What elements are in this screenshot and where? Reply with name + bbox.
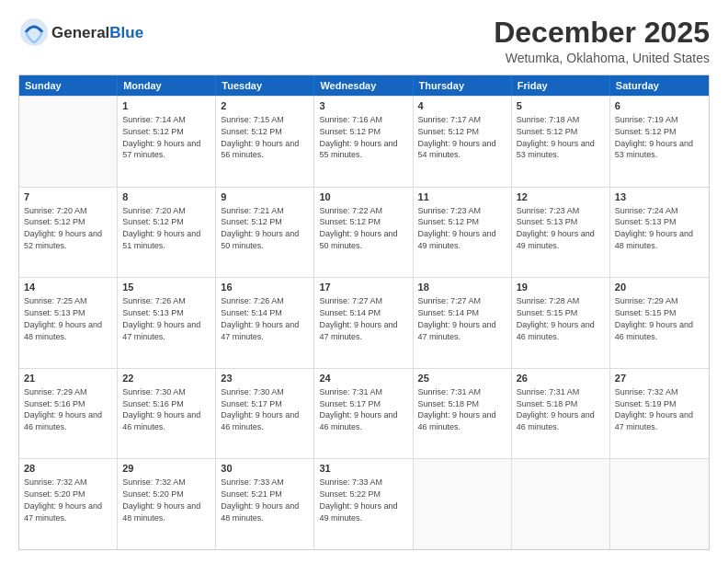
day-number: 26 (517, 372, 605, 385)
cell-info: Sunrise: 7:21 AMSunset: 5:12 PMDaylight:… (221, 206, 299, 250)
day-number: 20 (615, 281, 704, 294)
logo-blue: Blue (109, 24, 143, 41)
day-number: 22 (122, 372, 210, 385)
month-title: December 2025 (494, 17, 710, 49)
day-number: 23 (221, 372, 309, 385)
day-number: 10 (319, 190, 407, 204)
header-monday: Monday (118, 75, 216, 96)
cal-cell-1-1: 8Sunrise: 7:20 AMSunset: 5:12 PMDaylight… (118, 188, 216, 278)
cell-info: Sunrise: 7:22 AMSunset: 5:12 PMDaylight:… (319, 206, 397, 250)
cell-info: Sunrise: 7:31 AMSunset: 5:18 PMDaylight:… (517, 387, 595, 431)
day-number: 14 (24, 281, 112, 294)
cell-info: Sunrise: 7:33 AMSunset: 5:21 PMDaylight:… (221, 477, 299, 522)
cal-cell-1-2: 9Sunrise: 7:21 AMSunset: 5:12 PMDaylight… (216, 188, 314, 278)
day-number: 29 (122, 462, 210, 476)
day-number: 16 (221, 281, 309, 294)
cell-info: Sunrise: 7:25 AMSunset: 5:13 PMDaylight:… (24, 296, 102, 340)
day-number: 13 (615, 190, 704, 204)
header-wednesday: Wednesday (314, 75, 413, 96)
cal-cell-2-0: 14Sunrise: 7:25 AMSunset: 5:13 PMDayligh… (19, 278, 118, 368)
calendar: Sunday Monday Tuesday Wednesday Thursday… (18, 75, 710, 550)
day-number: 24 (319, 372, 407, 385)
cell-info: Sunrise: 7:30 AMSunset: 5:17 PMDaylight:… (221, 387, 299, 431)
header: GeneralBlue December 2025 Wetumka, Oklah… (18, 17, 710, 65)
logo-general: General (51, 24, 109, 41)
cal-cell-3-1: 22Sunrise: 7:30 AMSunset: 5:16 PMDayligh… (118, 369, 216, 459)
cell-info: Sunrise: 7:29 AMSunset: 5:15 PMDaylight:… (615, 296, 693, 340)
cal-cell-4-4 (414, 459, 512, 549)
day-number: 27 (615, 372, 704, 385)
header-tuesday: Tuesday (216, 75, 314, 96)
calendar-header: Sunday Monday Tuesday Wednesday Thursday… (19, 75, 709, 96)
cal-cell-0-1: 1Sunrise: 7:14 AMSunset: 5:12 PMDaylight… (118, 97, 216, 187)
header-sunday: Sunday (19, 75, 118, 96)
logo-icon (18, 17, 50, 48)
cell-info: Sunrise: 7:23 AMSunset: 5:13 PMDaylight:… (517, 206, 595, 250)
header-friday: Friday (512, 75, 610, 96)
cal-cell-0-3: 3Sunrise: 7:16 AMSunset: 5:12 PMDaylight… (314, 97, 413, 187)
day-number: 1 (122, 99, 210, 113)
cell-info: Sunrise: 7:23 AMSunset: 5:12 PMDaylight:… (418, 206, 496, 250)
cal-cell-3-4: 25Sunrise: 7:31 AMSunset: 5:18 PMDayligh… (414, 369, 512, 459)
cal-cell-0-0 (19, 97, 118, 187)
cell-info: Sunrise: 7:26 AMSunset: 5:13 PMDaylight:… (122, 296, 200, 340)
cal-cell-4-3: 31Sunrise: 7:33 AMSunset: 5:22 PMDayligh… (314, 459, 413, 549)
cell-info: Sunrise: 7:20 AMSunset: 5:12 PMDaylight:… (122, 206, 200, 250)
cal-cell-0-5: 5Sunrise: 7:18 AMSunset: 5:12 PMDaylight… (512, 97, 610, 187)
day-number: 2 (221, 99, 309, 113)
week-row-5: 28Sunrise: 7:32 AMSunset: 5:20 PMDayligh… (19, 458, 709, 549)
cal-cell-1-0: 7Sunrise: 7:20 AMSunset: 5:12 PMDaylight… (19, 188, 118, 278)
cell-info: Sunrise: 7:32 AMSunset: 5:20 PMDaylight:… (122, 477, 200, 522)
day-number: 18 (418, 281, 506, 294)
cell-info: Sunrise: 7:33 AMSunset: 5:22 PMDaylight:… (319, 477, 397, 522)
day-number: 19 (517, 281, 605, 294)
cell-info: Sunrise: 7:27 AMSunset: 5:14 PMDaylight:… (418, 296, 496, 340)
day-number: 8 (122, 190, 210, 204)
day-number: 12 (517, 190, 605, 204)
cell-info: Sunrise: 7:29 AMSunset: 5:16 PMDaylight:… (24, 387, 102, 431)
calendar-body: 1Sunrise: 7:14 AMSunset: 5:12 PMDaylight… (19, 96, 709, 549)
cal-cell-4-2: 30Sunrise: 7:33 AMSunset: 5:21 PMDayligh… (216, 459, 314, 549)
day-number: 31 (319, 462, 407, 476)
week-row-1: 1Sunrise: 7:14 AMSunset: 5:12 PMDaylight… (19, 96, 709, 187)
cell-info: Sunrise: 7:32 AMSunset: 5:19 PMDaylight:… (615, 387, 693, 431)
page: GeneralBlue December 2025 Wetumka, Oklah… (0, 0, 728, 563)
cal-cell-3-2: 23Sunrise: 7:30 AMSunset: 5:17 PMDayligh… (216, 369, 314, 459)
cal-cell-1-6: 13Sunrise: 7:24 AMSunset: 5:13 PMDayligh… (610, 188, 709, 278)
cell-info: Sunrise: 7:24 AMSunset: 5:13 PMDaylight:… (615, 206, 693, 250)
header-saturday: Saturday (610, 75, 709, 96)
cell-info: Sunrise: 7:32 AMSunset: 5:20 PMDaylight:… (24, 477, 102, 522)
day-number: 5 (517, 99, 605, 113)
location: Wetumka, Oklahoma, United States (494, 51, 710, 65)
day-number: 30 (221, 462, 309, 476)
cal-cell-3-5: 26Sunrise: 7:31 AMSunset: 5:18 PMDayligh… (512, 369, 610, 459)
week-row-3: 14Sunrise: 7:25 AMSunset: 5:13 PMDayligh… (19, 277, 709, 368)
cal-cell-2-3: 17Sunrise: 7:27 AMSunset: 5:14 PMDayligh… (314, 278, 413, 368)
cal-cell-2-5: 19Sunrise: 7:28 AMSunset: 5:15 PMDayligh… (512, 278, 610, 368)
cal-cell-3-6: 27Sunrise: 7:32 AMSunset: 5:19 PMDayligh… (610, 369, 709, 459)
day-number: 21 (24, 372, 112, 385)
day-number: 28 (24, 462, 112, 476)
day-number: 6 (615, 99, 704, 113)
title-section: December 2025 Wetumka, Oklahoma, United … (494, 17, 710, 65)
cell-info: Sunrise: 7:16 AMSunset: 5:12 PMDaylight:… (319, 115, 397, 159)
cell-info: Sunrise: 7:26 AMSunset: 5:14 PMDaylight:… (221, 296, 299, 340)
cal-cell-3-3: 24Sunrise: 7:31 AMSunset: 5:17 PMDayligh… (314, 369, 413, 459)
cal-cell-3-0: 21Sunrise: 7:29 AMSunset: 5:16 PMDayligh… (19, 369, 118, 459)
cell-info: Sunrise: 7:31 AMSunset: 5:18 PMDaylight:… (418, 387, 496, 431)
cell-info: Sunrise: 7:20 AMSunset: 5:12 PMDaylight:… (24, 206, 102, 250)
cal-cell-1-4: 11Sunrise: 7:23 AMSunset: 5:12 PMDayligh… (414, 188, 512, 278)
cal-cell-4-1: 29Sunrise: 7:32 AMSunset: 5:20 PMDayligh… (118, 459, 216, 549)
cell-info: Sunrise: 7:27 AMSunset: 5:14 PMDaylight:… (319, 296, 397, 340)
cell-info: Sunrise: 7:15 AMSunset: 5:12 PMDaylight:… (221, 115, 299, 159)
cal-cell-2-4: 18Sunrise: 7:27 AMSunset: 5:14 PMDayligh… (414, 278, 512, 368)
week-row-4: 21Sunrise: 7:29 AMSunset: 5:16 PMDayligh… (19, 368, 709, 459)
cell-info: Sunrise: 7:19 AMSunset: 5:12 PMDaylight:… (615, 115, 693, 159)
cell-info: Sunrise: 7:30 AMSunset: 5:16 PMDaylight:… (122, 387, 200, 431)
day-number: 4 (418, 99, 506, 113)
cal-cell-0-4: 4Sunrise: 7:17 AMSunset: 5:12 PMDaylight… (414, 97, 512, 187)
cal-cell-2-6: 20Sunrise: 7:29 AMSunset: 5:15 PMDayligh… (610, 278, 709, 368)
day-number: 7 (24, 190, 112, 204)
day-number: 11 (418, 190, 506, 204)
cell-info: Sunrise: 7:31 AMSunset: 5:17 PMDaylight:… (319, 387, 397, 431)
